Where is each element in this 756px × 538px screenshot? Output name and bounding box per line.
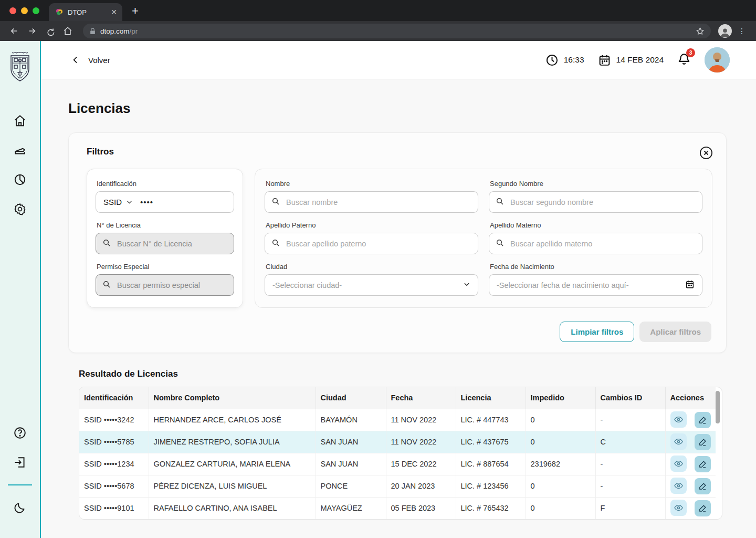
segundo-nombre-input[interactable] (489, 191, 702, 213)
edit-button[interactable] (695, 412, 711, 428)
view-button[interactable] (670, 433, 687, 450)
cell-licencia: LIC. # 765432 (456, 497, 526, 519)
edit-button[interactable] (695, 500, 711, 516)
cell-cambios-id: C (595, 431, 665, 453)
table-scrollbar-thumb[interactable] (716, 391, 720, 423)
clock-icon (545, 54, 559, 67)
view-button[interactable] (670, 456, 687, 472)
apellido-paterno-label: Apellido Paterno (266, 221, 478, 229)
user-avatar[interactable] (705, 47, 730, 73)
sidebar-item-licenses[interactable] (13, 143, 27, 157)
calendar-icon (598, 54, 611, 67)
results-title: Resultado de Licencias (79, 369, 727, 379)
table-row[interactable]: SSID •••••9101 RAFAELLO CARTINO, ANA ISA… (79, 497, 716, 519)
view-button[interactable] (670, 478, 687, 494)
lock-icon (89, 27, 96, 35)
clear-filters-button[interactable]: Limpiar filtros (560, 322, 634, 342)
cell-identificacion: SSID •••••3242 (79, 409, 149, 431)
cell-impedido: 0 (526, 409, 595, 431)
apellido-materno-input[interactable] (489, 233, 702, 254)
notification-badge: 3 (686, 48, 695, 57)
cell-fecha: 11 NOV 2022 (386, 431, 456, 453)
dark-mode-toggle-icon[interactable] (13, 501, 27, 514)
edit-button[interactable] (695, 478, 711, 494)
calendar-icon (685, 280, 695, 291)
cell-ciudad: SAN JUAN (316, 453, 386, 475)
name-filter-group: Nombre Segundo Nombre (255, 169, 712, 308)
tab-close-icon[interactable]: ✕ (111, 8, 117, 16)
current-time: 16:33 (545, 54, 584, 67)
forward-icon[interactable] (24, 23, 40, 39)
cell-nombre: GONZALEZ CARTURIA, MARIA ELENA (149, 453, 316, 475)
ciudad-label: Ciudad (266, 263, 478, 271)
notifications-button[interactable]: 3 (677, 52, 691, 68)
ciudad-select[interactable]: -Seleccionar ciudad- (265, 274, 478, 296)
minimize-window-button[interactable] (21, 7, 28, 14)
table-scrollbar (715, 388, 721, 518)
nombre-input[interactable] (265, 191, 478, 213)
identificacion-field[interactable]: SSID •••• (96, 191, 234, 213)
cell-identificacion: SSID •••••5678 (79, 475, 149, 497)
cell-nombre: HERNANDEZ ARCE, CARLOS JOSÉ (149, 409, 316, 431)
new-tab-button[interactable]: + (132, 5, 139, 17)
coat-of-arms-logo (7, 51, 33, 87)
cell-ciudad: BAYAMÓN (316, 409, 386, 431)
col-nombre-completo: Nombre Completo (149, 387, 316, 409)
apellido-paterno-input[interactable] (265, 233, 478, 254)
fecha-nacimiento-placeholder: -Seleccionar fecha de nacimiento aquí- (497, 281, 685, 289)
close-window-button[interactable] (9, 7, 16, 14)
app-window: Volver 16:33 14 FEB 2024 3 (0, 41, 756, 538)
num-licencia-input[interactable] (96, 233, 234, 254)
sidebar-item-settings[interactable] (13, 202, 27, 216)
cell-impedido: 0 (526, 475, 595, 497)
sidebar-item-reports[interactable] (13, 173, 27, 187)
sidebar-item-logout[interactable] (13, 456, 27, 469)
id-type-select[interactable]: SSID (103, 198, 122, 206)
browser-menu-icon[interactable]: ⋮ (734, 23, 750, 39)
browser-profile-avatar[interactable] (718, 24, 732, 38)
bookmark-star-icon[interactable] (696, 27, 705, 36)
maximize-window-button[interactable] (33, 7, 39, 14)
back-button[interactable]: Volver (71, 56, 110, 65)
table-header-row: Identificación Nombre Completo Ciudad Fe… (79, 387, 716, 409)
window-controls (0, 7, 49, 21)
tab-title: DTOP (68, 8, 107, 16)
cell-fecha: 05 FEB 2023 (386, 497, 456, 519)
browser-tab[interactable]: DTOP ✕ (49, 3, 122, 21)
cell-ciudad: MAYAGÜEZ (316, 497, 386, 519)
sidebar-item-help[interactable] (13, 426, 27, 440)
col-identificacion: Identificación (79, 387, 149, 409)
cell-impedido: 2319682 (526, 453, 595, 475)
col-acciones: Acciones (665, 387, 716, 409)
edit-button[interactable] (695, 456, 711, 472)
table-row[interactable]: SSID •••••3242 HERNANDEZ ARCE, CARLOS JO… (79, 409, 716, 431)
fecha-nacimiento-picker[interactable]: -Seleccionar fecha de nacimiento aquí- (489, 274, 702, 296)
home-nav-icon[interactable] (60, 23, 76, 39)
table-row[interactable]: SSID •••••5678 PÉREZ DICENZA, LUIS MIGUE… (79, 475, 716, 497)
close-filters-icon[interactable] (699, 146, 713, 160)
permiso-especial-input[interactable] (96, 274, 234, 296)
col-ciudad: Ciudad (316, 387, 386, 409)
reload-icon[interactable] (42, 23, 58, 39)
cell-cambios-id: - (595, 475, 665, 497)
view-button[interactable] (670, 411, 687, 428)
sidebar-item-home[interactable] (13, 114, 27, 128)
cell-nombre: PÉREZ DICENZA, LUIS MIGUEL (149, 475, 316, 497)
ciudad-placeholder: -Seleccionar ciudad- (272, 281, 463, 289)
main-area: Volver 16:33 14 FEB 2024 3 (41, 41, 756, 538)
apply-filters-button[interactable]: Aplicar filtros (639, 322, 711, 342)
cell-cambios-id: - (595, 409, 665, 431)
cell-identificacion: SSID •••••1234 (79, 453, 149, 475)
time-value: 16:33 (564, 55, 584, 65)
url-bar[interactable]: dtop.com/pr (83, 24, 711, 38)
table-row-selected[interactable]: SSID •••••5785 JIMENEZ RESTREPO, SOFIA J… (79, 431, 716, 453)
tab-strip: DTOP ✕ + (0, 0, 756, 21)
cell-ciudad: PONCE (316, 475, 386, 497)
sidebar-divider (8, 484, 32, 485)
view-button[interactable] (670, 500, 687, 516)
identificacion-label: Identificación (97, 180, 234, 188)
results-table: Identificación Nombre Completo Ciudad Fe… (79, 387, 716, 519)
edit-button[interactable] (695, 434, 711, 450)
table-row[interactable]: SSID •••••1234 GONZALEZ CARTURIA, MARIA … (79, 453, 716, 475)
back-icon[interactable] (6, 23, 22, 39)
